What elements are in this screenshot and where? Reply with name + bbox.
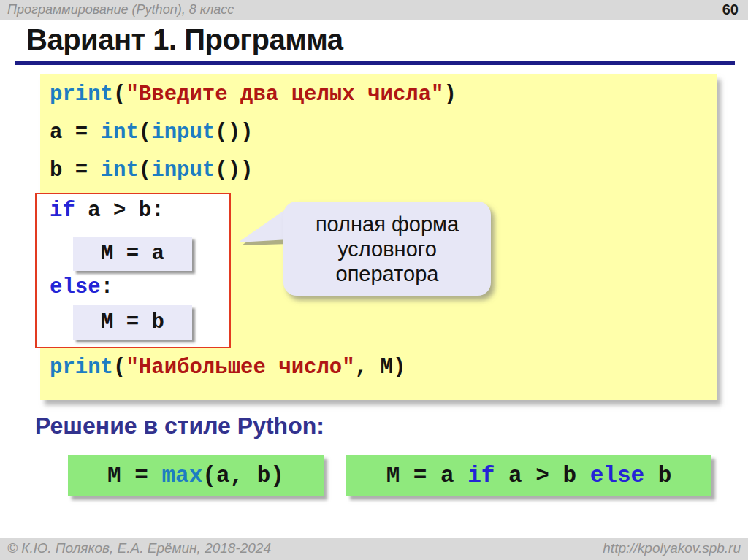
page-number: 60: [722, 1, 739, 18]
code-token: (a, b): [202, 463, 284, 488]
solution-box-ternary: M = a if a > b else b: [346, 455, 711, 496]
top-bar: Программирование (Python), 8 класс 60: [0, 0, 748, 20]
code-line-m-a: M = a: [101, 242, 164, 266]
callout-line: условного: [337, 237, 437, 261]
code-token: (: [139, 158, 151, 183]
code-token: max: [161, 463, 202, 488]
code-line-assign-b: b = int(input()): [50, 158, 253, 183]
code-token: ): [444, 83, 457, 107]
course-label: Программирование (Python), 8 класс: [7, 2, 234, 18]
solution-box-max: M = max(a, b): [68, 455, 324, 496]
code-line-print-input: print("Введите два целых числа"): [50, 83, 457, 107]
m-equals-a-box: M = a: [73, 237, 192, 271]
code-token: b: [644, 463, 671, 488]
code-token: if: [50, 199, 75, 223]
code-token: a =: [50, 120, 101, 145]
code-line-m-b: M = b: [101, 310, 164, 335]
callout-line: оператора: [336, 261, 439, 286]
solution-label: Решение в стиле Python:: [35, 413, 324, 440]
copyright-text: © К.Ю. Поляков, Е.А. Ерёмин, 2018-2024: [7, 540, 271, 556]
code-token: int: [101, 158, 139, 183]
code-token: M =: [107, 463, 161, 488]
code-line-if: if a > b:: [50, 199, 164, 223]
code-token: (: [113, 83, 126, 107]
callout-bubble: полная форма условного оператора: [283, 202, 491, 296]
code-token: print: [50, 83, 113, 107]
callout-tail: [237, 206, 289, 250]
code-token: input: [151, 158, 215, 183]
code-token: (: [113, 356, 126, 380]
code-token: (: [139, 120, 151, 145]
code-token: input: [151, 120, 215, 145]
code-token: ()): [215, 120, 253, 145]
code-token: b =: [50, 158, 101, 183]
code-token: print: [50, 356, 113, 380]
callout-line: полная форма: [316, 212, 459, 237]
code-token: M = a: [386, 463, 468, 488]
code-line-else: else:: [50, 275, 113, 300]
presentation-slide: Программирование (Python), 8 класс 60 Ва…: [0, 0, 748, 560]
code-token: if: [468, 463, 495, 488]
code-token: M = b: [101, 310, 164, 334]
code-token: , M): [355, 356, 406, 380]
site-url[interactable]: http://kpolyakov.spb.ru: [603, 540, 741, 556]
code-token: ()): [215, 158, 253, 183]
code-token: a > b:: [75, 199, 164, 223]
m-equals-b-box: M = b: [73, 305, 192, 340]
code-token: else: [50, 275, 101, 299]
code-line-assign-a: a = int(input()): [50, 120, 253, 145]
code-token: M = a: [101, 242, 164, 266]
code-token: "Наибольшее число": [126, 356, 354, 380]
footer-bar: © К.Ю. Поляков, Е.А. Ерёмин, 2018-2024 h…: [0, 538, 748, 560]
code-token: int: [101, 120, 139, 145]
code-line-print-result: print("Наибольшее число", M): [50, 356, 405, 380]
code-token: :: [101, 275, 113, 299]
code-token: a > b: [495, 463, 589, 488]
code-token: "Введите два целых числа": [126, 83, 443, 107]
code-token: else: [590, 463, 644, 488]
page-title: Вариант 1. Программа: [26, 23, 343, 56]
title-underline: [15, 61, 735, 65]
